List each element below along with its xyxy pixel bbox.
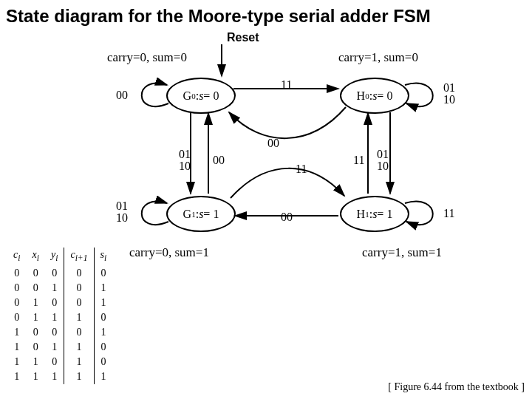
truth-cell: 0 — [26, 281, 44, 296]
truth-cell: 0 — [45, 266, 64, 281]
truth-cell: 1 — [64, 369, 94, 384]
truth-cell: 0 — [64, 296, 94, 310]
truth-cell: 1 — [26, 296, 44, 310]
edge-g1-h1: 11 — [296, 163, 307, 176]
truth-cell: 1 — [7, 355, 26, 369]
truth-cell: 0 — [26, 340, 44, 355]
edge-h0-g0: 00 — [267, 137, 279, 150]
page-title: State diagram for the Moore-type serial … — [6, 6, 526, 27]
truth-cell: 0 — [7, 266, 26, 281]
state-h0: H0: s = 0 — [340, 78, 409, 114]
desc-h1: carry=1, sum=1 — [362, 245, 442, 260]
truth-cell: 1 — [94, 369, 112, 384]
edge-h1-g1: 00 — [281, 211, 293, 224]
edge-h0-self-b: 10 — [443, 93, 455, 106]
truth-cell: 0 — [94, 310, 112, 325]
truth-cell: 1 — [64, 310, 94, 325]
desc-g1: carry=0, sum=1 — [129, 245, 209, 260]
truth-cell: 0 — [45, 296, 64, 310]
truth-cell: 0 — [94, 266, 112, 281]
figure-citation: [ Figure 6.44 from the textbook ] — [388, 381, 525, 393]
truth-cell: 0 — [7, 296, 26, 310]
th-ci: ci — [7, 248, 26, 266]
truth-cell: 0 — [7, 310, 26, 325]
reset-label: Reset — [227, 31, 259, 44]
truth-cell: 1 — [26, 355, 44, 369]
truth-cell: 0 — [45, 355, 64, 369]
desc-h0: carry=1, sum=0 — [338, 50, 418, 65]
truth-cell: 1 — [7, 325, 26, 340]
truth-cell: 0 — [45, 325, 64, 340]
truth-cell: 0 — [94, 340, 112, 355]
th-yi: yi — [45, 248, 64, 266]
truth-cell: 0 — [64, 325, 94, 340]
truth-cell: 0 — [7, 281, 26, 296]
edge-g1-g0: 00 — [213, 154, 225, 167]
desc-g0: carry=0, sum=0 — [107, 50, 187, 65]
truth-cell: 1 — [45, 340, 64, 355]
state-g1: G1: s = 1 — [166, 196, 236, 232]
truth-cell: 1 — [94, 325, 112, 340]
truth-cell: 1 — [45, 281, 64, 296]
truth-cell: 0 — [94, 355, 112, 369]
truth-cell: 0 — [26, 266, 44, 281]
truth-cell: 1 — [26, 369, 44, 384]
truth-cell: 1 — [7, 340, 26, 355]
edge-g1-self-b: 10 — [116, 211, 128, 225]
state-g0: G0: s = 0 — [166, 78, 236, 114]
truth-cell: 1 — [45, 369, 64, 384]
state-h1: H1: s = 1 — [340, 196, 409, 232]
truth-cell: 1 — [94, 281, 112, 296]
edge-g0-g1-b: 10 — [179, 160, 191, 173]
truth-cell: 0 — [64, 266, 94, 281]
truth-cell: 1 — [94, 296, 112, 310]
truth-cell: 0 — [26, 325, 44, 340]
truth-cell: 1 — [64, 355, 94, 369]
truth-cell: 1 — [26, 310, 44, 325]
edge-h1-self: 11 — [443, 207, 454, 220]
truth-cell: 0 — [64, 281, 94, 296]
truth-cell: 1 — [7, 369, 26, 384]
edge-h1-h0: 11 — [353, 154, 364, 167]
th-si: si — [94, 248, 112, 266]
th-xi: xi — [26, 248, 44, 266]
edge-h0-h1-b: 10 — [377, 160, 389, 173]
edge-g0-self: 00 — [116, 89, 128, 102]
th-ci1: ci+1 — [64, 248, 94, 266]
truth-cell: 1 — [45, 310, 64, 325]
truth-table: ci xi yi ci+1 si 00000001010100101110100… — [7, 248, 112, 384]
truth-cell: 1 — [64, 340, 94, 355]
edge-g0-h0: 11 — [281, 78, 292, 92]
